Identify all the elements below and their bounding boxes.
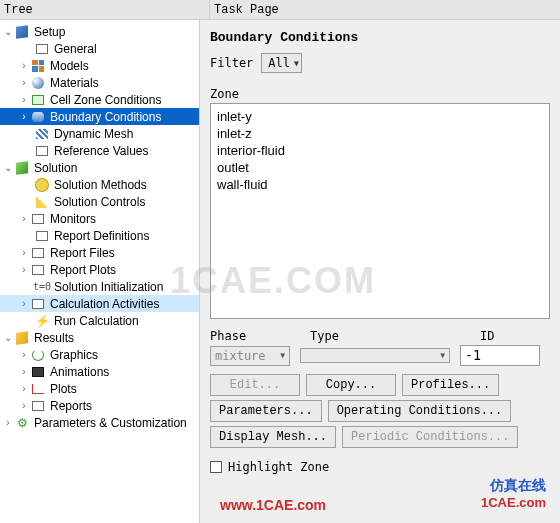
task-panel-header: Task Page: [210, 0, 560, 19]
tree-item-parameters[interactable]: › ⚙ Parameters & Customization: [0, 414, 199, 431]
zone-item[interactable]: inlet-y: [217, 108, 543, 125]
mesh-icon: [34, 126, 50, 142]
tree-item-solution-methods[interactable]: Solution Methods: [0, 176, 199, 193]
expand-icon[interactable]: ›: [18, 213, 30, 224]
tree-item-models[interactable]: › Models: [0, 57, 199, 74]
type-label: Type: [310, 329, 460, 343]
methods-icon: [34, 177, 50, 193]
report-files-icon: [30, 245, 46, 261]
phase-dropdown: mixture ▼: [210, 346, 290, 366]
tree-item-solution-controls[interactable]: Solution Controls: [0, 193, 199, 210]
expand-icon[interactable]: ›: [18, 111, 30, 122]
tree-item-reference-values[interactable]: Reference Values: [0, 142, 199, 159]
plots-icon: [30, 381, 46, 397]
tree-item-reports[interactable]: › Reports: [0, 397, 199, 414]
task-page-panel: Boundary Conditions Filter All ▼ Zone in…: [200, 20, 560, 523]
tree-label: Setup: [34, 25, 65, 39]
zone-item[interactable]: inlet-z: [217, 125, 543, 142]
expand-icon[interactable]: ›: [18, 383, 30, 394]
zone-label: Zone: [210, 87, 550, 101]
tree-panel-header: Tree: [0, 0, 210, 19]
expand-icon[interactable]: ›: [18, 298, 30, 309]
id-label: ID: [480, 329, 550, 343]
tree-item-results[interactable]: ⌄ Results: [0, 329, 199, 346]
expand-icon[interactable]: ›: [18, 77, 30, 88]
report-def-icon: [34, 228, 50, 244]
parameters-icon: ⚙: [14, 415, 30, 431]
tree-item-report-files[interactable]: › Report Files: [0, 244, 199, 261]
edit-button: Edit...: [210, 374, 300, 396]
profiles-button[interactable]: Profiles...: [402, 374, 499, 396]
expand-icon[interactable]: ›: [2, 417, 14, 428]
chevron-down-icon: ▼: [294, 59, 299, 68]
solution-icon: [14, 160, 30, 176]
filter-dropdown[interactable]: All ▼: [261, 53, 302, 73]
expand-icon[interactable]: ›: [18, 366, 30, 377]
expand-icon[interactable]: ›: [18, 349, 30, 360]
highlight-zone-checkbox[interactable]: [210, 461, 222, 473]
collapse-icon[interactable]: ⌄: [2, 162, 14, 173]
zone-listbox[interactable]: inlet-y inlet-z interior-fluid outlet wa…: [210, 103, 550, 319]
run-icon: ⚡: [34, 313, 50, 329]
tree-item-cell-zone[interactable]: › Cell Zone Conditions: [0, 91, 199, 108]
tree-item-animations[interactable]: › Animations: [0, 363, 199, 380]
report-plots-icon: [30, 262, 46, 278]
tree-item-plots[interactable]: › Plots: [0, 380, 199, 397]
chevron-down-icon: ▼: [440, 351, 445, 360]
display-mesh-button[interactable]: Display Mesh...: [210, 426, 336, 448]
tree-item-graphics[interactable]: › Graphics: [0, 346, 199, 363]
tree-panel: ⌄ Setup General › Models › Materials › C…: [0, 20, 200, 523]
general-icon: [34, 41, 50, 57]
expand-icon[interactable]: ›: [18, 264, 30, 275]
tree-item-boundary-conditions[interactable]: › Boundary Conditions: [0, 108, 199, 125]
expand-icon[interactable]: ›: [18, 247, 30, 258]
reports-icon: [30, 398, 46, 414]
operating-conditions-button[interactable]: Operating Conditions...: [328, 400, 512, 422]
tree-item-materials[interactable]: › Materials: [0, 74, 199, 91]
page-title: Boundary Conditions: [210, 30, 550, 45]
zone-item[interactable]: interior-fluid: [217, 142, 543, 159]
zone-item[interactable]: outlet: [217, 159, 543, 176]
expand-icon[interactable]: ›: [18, 400, 30, 411]
filter-label: Filter: [210, 56, 253, 70]
setup-icon: [14, 24, 30, 40]
results-icon: [14, 330, 30, 346]
highlight-zone-label: Highlight Zone: [228, 460, 329, 474]
filter-value: All: [268, 56, 290, 70]
expand-icon[interactable]: ›: [18, 60, 30, 71]
models-icon: [30, 58, 46, 74]
collapse-icon[interactable]: ⌄: [2, 26, 14, 37]
zone-item[interactable]: wall-fluid: [217, 176, 543, 193]
calc-activities-icon: [30, 296, 46, 312]
animations-icon: [30, 364, 46, 380]
cell-zone-icon: [30, 92, 46, 108]
tree-item-calculation-activities[interactable]: › Calculation Activities: [0, 295, 199, 312]
tree-item-report-plots[interactable]: › Report Plots: [0, 261, 199, 278]
periodic-conditions-button: Periodic Conditions...: [342, 426, 518, 448]
tree-item-run-calculation[interactable]: ⚡ Run Calculation: [0, 312, 199, 329]
parameters-button[interactable]: Parameters...: [210, 400, 322, 422]
tree-item-solution-init[interactable]: t=0 Solution Initialization: [0, 278, 199, 295]
tree-item-setup[interactable]: ⌄ Setup: [0, 23, 199, 40]
tree-item-monitors[interactable]: › Monitors: [0, 210, 199, 227]
materials-icon: [30, 75, 46, 91]
copy-button[interactable]: Copy...: [306, 374, 396, 396]
collapse-icon[interactable]: ⌄: [2, 332, 14, 343]
phase-label: Phase: [210, 329, 290, 343]
tree-item-solution[interactable]: ⌄ Solution: [0, 159, 199, 176]
graphics-icon: [30, 347, 46, 363]
tree-item-general[interactable]: General: [0, 40, 199, 57]
boundary-icon: [30, 109, 46, 125]
init-icon: t=0: [34, 279, 50, 295]
chevron-down-icon: ▼: [280, 351, 285, 360]
id-field[interactable]: [460, 345, 540, 366]
reference-icon: [34, 143, 50, 159]
controls-icon: [34, 194, 50, 210]
monitors-icon: [30, 211, 46, 227]
expand-icon[interactable]: ›: [18, 94, 30, 105]
tree-item-report-definitions[interactable]: Report Definitions: [0, 227, 199, 244]
type-dropdown[interactable]: ▼: [300, 348, 450, 363]
tree-item-dynamic-mesh[interactable]: Dynamic Mesh: [0, 125, 199, 142]
